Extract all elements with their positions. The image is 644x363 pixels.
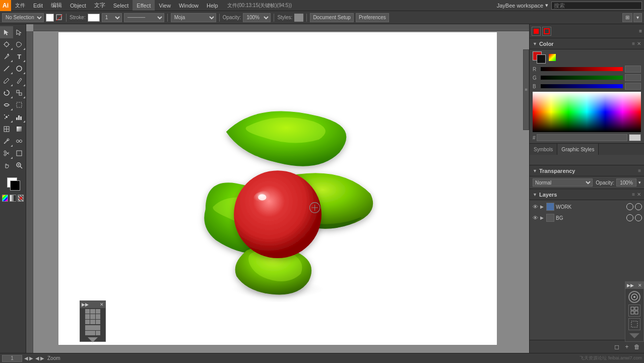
canvas-area[interactable]: ▶▶ ✕ [26, 24, 529, 353]
menu-edit[interactable]: Edit [29, 0, 47, 11]
zoom-nav-next[interactable]: ▶ [40, 355, 44, 361]
blend-tool[interactable] [13, 135, 26, 147]
opacity-input[interactable] [616, 178, 636, 187]
blend-mode-select[interactable]: Normal Multiply Screen [533, 178, 593, 187]
panel-collapse-handle[interactable]: ≡ [523, 49, 529, 130]
r-slider[interactable] [541, 67, 623, 71]
workspace-selector[interactable]: JayBee workspace ▾ [494, 2, 551, 9]
b-input[interactable] [625, 83, 641, 90]
stroke-style-select[interactable]: ───── [124, 13, 164, 22]
selection-tool[interactable] [0, 26, 13, 38]
layer-expand-work[interactable]: ▶ [540, 204, 544, 209]
menu-view[interactable]: View [155, 0, 175, 11]
layers-options[interactable]: ≡ [632, 192, 635, 197]
menu-help[interactable]: Help [203, 0, 222, 11]
layer-expand-bg[interactable]: ▶ [540, 215, 544, 220]
mini-split-view-icon[interactable] [85, 325, 100, 335]
spectrum-canvas[interactable] [533, 92, 641, 132]
layer-target-work[interactable] [626, 203, 633, 210]
layer-lock-bg[interactable] [635, 214, 642, 221]
styles-swatch[interactable] [294, 14, 303, 22]
selection-type-select[interactable]: No Selection [2, 13, 44, 22]
rotate-tool[interactable] [0, 87, 13, 99]
transparency-options[interactable]: ≡ [638, 168, 641, 173]
opacity-select[interactable]: 100% [243, 13, 271, 22]
search-box[interactable] [551, 2, 642, 10]
stroke-color-swatch[interactable] [88, 14, 100, 22]
column-graph-tool[interactable] [13, 111, 26, 123]
eyedropper-tool[interactable] [0, 135, 13, 147]
search-input[interactable] [554, 3, 639, 9]
arrange-dropdown[interactable]: ▾ [633, 13, 642, 22]
none-mode-icon[interactable]: ✕ [18, 195, 24, 202]
panel-options-icon[interactable]: ≡ [639, 28, 642, 34]
mini-arrow-icon[interactable] [85, 336, 100, 343]
fill-color-swatch[interactable] [46, 14, 54, 22]
gradient-mode-icon[interactable] [10, 195, 16, 202]
menu-file[interactable]: 文件 [11, 0, 29, 11]
tab-graphic-styles[interactable]: Graphic Styles [557, 144, 599, 155]
fill-icon[interactable] [56, 14, 63, 21]
layer-create-clipping-btn[interactable]: ◻ [613, 343, 621, 351]
g-slider[interactable] [541, 76, 623, 80]
paintbrush-tool[interactable] [0, 75, 13, 87]
stroke-color-chip[interactable] [10, 180, 20, 191]
layer-visibility-work[interactable]: 👁 [532, 203, 539, 210]
color-panel-close[interactable]: ✕ [637, 41, 641, 46]
stroke-weight-select[interactable]: 1 [102, 13, 122, 22]
color-panel-options[interactable]: ≡ [632, 41, 635, 46]
hex-preview-swatch[interactable] [629, 134, 641, 141]
g-input[interactable] [625, 74, 641, 81]
transparency-collapse[interactable]: ▼ [533, 168, 537, 173]
tab-symbols[interactable]: Symbols [530, 144, 557, 155]
layers-close[interactable]: ✕ [637, 192, 641, 197]
hex-input[interactable] [537, 134, 627, 141]
mini-panel-close[interactable]: ✕ [100, 302, 104, 307]
magic-wand-tool[interactable] [0, 38, 13, 50]
ellipse-tool[interactable] [13, 63, 26, 75]
color-fill-icon[interactable] [532, 27, 541, 36]
mesh-tool[interactable] [0, 123, 13, 135]
zoom-tool[interactable] [13, 159, 26, 171]
menu-type[interactable]: Object [66, 0, 90, 11]
mini-grid-view-icon[interactable] [85, 309, 100, 324]
lasso-tool[interactable] [13, 38, 26, 50]
symbol-sprayer-tool[interactable] [0, 111, 13, 123]
arrange-button[interactable]: ⊞ [622, 13, 632, 22]
menu-effect[interactable]: Effect [133, 0, 155, 11]
r-input[interactable] [625, 66, 641, 73]
rgb-gradient-icon[interactable] [549, 54, 556, 61]
page-nav-next[interactable]: ▶ [29, 355, 33, 361]
page-indicator[interactable]: 1 [2, 355, 22, 362]
menu-select[interactable]: 文字 [90, 0, 109, 11]
b-slider[interactable] [541, 84, 623, 88]
right-mini-close[interactable]: ✕ [638, 283, 642, 288]
layer-row-bg[interactable]: 👁 ▶ BG [530, 212, 644, 223]
font-select[interactable]: Moja [171, 13, 216, 22]
mini-transform2-icon[interactable] [628, 318, 640, 330]
type-tool[interactable]: T [13, 50, 26, 63]
direct-selection-tool[interactable] [13, 26, 26, 38]
scissor-tool[interactable] [0, 147, 13, 159]
menu-select2[interactable]: Select [109, 0, 133, 11]
layer-target-bg[interactable] [626, 214, 633, 221]
gradient-tool[interactable] [13, 123, 26, 135]
line-tool[interactable] [0, 63, 13, 75]
color-panel-collapse[interactable]: ▼ [533, 41, 537, 46]
layer-add-btn[interactable]: + [623, 343, 631, 351]
scale-tool[interactable] [13, 87, 26, 99]
free-transform-tool[interactable] [13, 99, 26, 111]
document-setup-button[interactable]: Document Setup [310, 13, 354, 22]
hand-tool[interactable] [0, 159, 13, 171]
opacity-dropdown[interactable]: ▾ [638, 180, 641, 185]
pen-tool[interactable] [0, 50, 13, 63]
color-mode-icon[interactable] [2, 195, 8, 202]
menu-object[interactable]: 编辑 [47, 0, 66, 11]
stroke-chip[interactable] [537, 54, 546, 64]
color-spectrum[interactable] [533, 92, 641, 132]
zoom-nav-prev[interactable]: ◀ [35, 355, 39, 361]
menu-window[interactable]: Window [175, 0, 203, 11]
layer-visibility-bg[interactable]: 👁 [532, 214, 539, 221]
mini-grid2-icon[interactable] [628, 305, 640, 317]
color-stroke-icon[interactable] [542, 27, 551, 36]
